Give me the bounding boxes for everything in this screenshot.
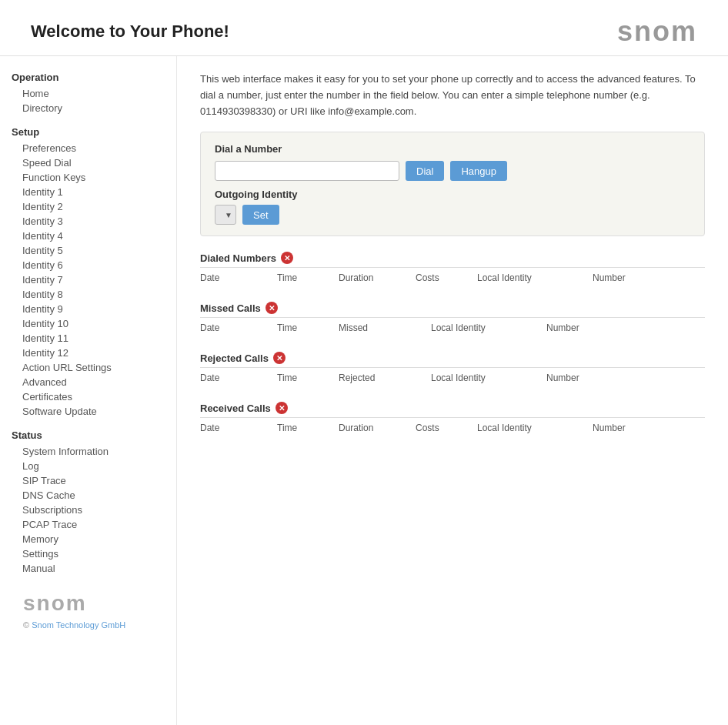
dial-input[interactable] [215, 161, 399, 181]
col-rejected: Rejected [339, 371, 431, 385]
sidebar-item-subscriptions[interactable]: Subscriptions [12, 503, 165, 517]
sidebar-item-software-update[interactable]: Software Update [12, 404, 165, 419]
sidebar-item-dns-cache[interactable]: DNS Cache [12, 488, 165, 503]
sidebar-item-sip-trace[interactable]: SIP Trace [12, 473, 165, 488]
sidebar-item-home[interactable]: Home [12, 86, 165, 101]
dial-row: Dial Hangup [215, 161, 690, 181]
sidebar-item-log[interactable]: Log [12, 459, 165, 473]
outgoing-row: ▼ Set [215, 205, 690, 225]
identity-select[interactable] [215, 205, 236, 225]
identity-select-wrapper: ▼ [215, 205, 236, 225]
col-duration: Duration [339, 421, 416, 435]
sidebar-item-identity-11[interactable]: Identity 11 [12, 331, 165, 346]
col-local-identity: Local Identity [431, 321, 546, 335]
clear-rejected-button[interactable]: ✕ [273, 352, 286, 364]
sidebar-item-identity-9[interactable]: Identity 9 [12, 302, 165, 316]
col-time: Time [277, 271, 339, 285]
missed-calls-header: Missed Calls ✕ [200, 302, 705, 314]
received-calls-title: Received Calls [200, 403, 271, 414]
rejected-calls-header: Rejected Calls ✕ [200, 352, 705, 364]
sidebar-item-advanced[interactable]: Advanced [12, 375, 165, 389]
col-costs: Costs [416, 271, 477, 285]
header: Welcome to Your Phone! snom [0, 0, 728, 56]
clear-missed-button[interactable]: ✕ [265, 302, 278, 314]
sidebar-item-function-keys[interactable]: Function Keys [12, 170, 165, 185]
col-date: Date [200, 421, 277, 435]
sidebar-item-identity-6[interactable]: Identity 6 [12, 258, 165, 272]
page-title: Welcome to Your Phone! [31, 22, 229, 42]
intro-text: This web interface makes it easy for you… [200, 72, 705, 119]
sidebar-item-settings[interactable]: Settings [12, 546, 165, 561]
col-costs: Costs [416, 421, 477, 435]
outgoing-identity-label: Outgoing Identity [215, 189, 690, 200]
sidebar: Operation Home Directory Setup Preferenc… [0, 56, 177, 725]
col-time: Time [277, 371, 339, 385]
missed-calls-title: Missed Calls [200, 302, 261, 314]
col-missed: Missed [339, 321, 431, 335]
rejected-calls-title: Rejected Calls [200, 352, 269, 364]
set-button[interactable]: Set [242, 205, 279, 225]
col-time: Time [277, 321, 339, 335]
missed-calls-columns: Date Time Missed Local Identity Number [200, 317, 705, 338]
received-calls-section: Received Calls ✕ Date Time Duration Cost… [200, 402, 705, 438]
sidebar-item-certificates[interactable]: Certificates [12, 389, 165, 404]
col-number: Number [546, 321, 639, 335]
col-duration: Duration [339, 271, 416, 285]
sidebar-item-manual[interactable]: Manual [12, 561, 165, 576]
col-date: Date [200, 371, 277, 385]
main-layout: Operation Home Directory Setup Preferenc… [0, 56, 728, 725]
col-local-identity: Local Identity [431, 371, 546, 385]
sidebar-item-speed-dial[interactable]: Speed Dial [12, 155, 165, 170]
dial-button[interactable]: Dial [406, 161, 444, 181]
sidebar-section-setup: Setup [12, 126, 165, 138]
sidebar-item-identity-12[interactable]: Identity 12 [12, 346, 165, 360]
copyright-prefix: © [23, 620, 32, 630]
sidebar-item-identity-8[interactable]: Identity 8 [12, 287, 165, 302]
copyright-link[interactable]: Snom Technology GmbH [32, 620, 125, 630]
footer-copyright: © Snom Technology GmbH [23, 620, 153, 630]
sidebar-item-identity-1[interactable]: Identity 1 [12, 185, 165, 199]
sidebar-section-operation: Operation [12, 72, 165, 83]
col-number: Number [593, 421, 685, 435]
dialed-numbers-title: Dialed Numbers [200, 252, 276, 264]
clear-received-button[interactable]: ✕ [276, 402, 288, 414]
col-time: Time [277, 421, 339, 435]
col-number: Number [546, 371, 639, 385]
col-date: Date [200, 321, 277, 335]
col-date: Date [200, 271, 277, 285]
sidebar-item-directory[interactable]: Directory [12, 101, 165, 115]
received-calls-header: Received Calls ✕ [200, 402, 705, 414]
sidebar-item-identity-4[interactable]: Identity 4 [12, 229, 165, 243]
sidebar-section-status: Status [12, 429, 165, 441]
sidebar-item-identity-5[interactable]: Identity 5 [12, 243, 165, 258]
sidebar-item-action-url-settings[interactable]: Action URL Settings [12, 360, 165, 375]
sidebar-item-memory[interactable]: Memory [12, 532, 165, 546]
dialed-numbers-section: Dialed Numbers ✕ Date Time Duration Cost… [200, 252, 705, 288]
sidebar-footer: snom © Snom Technology GmbH [12, 576, 165, 637]
sidebar-item-pcap-trace[interactable]: PCAP Trace [12, 517, 165, 532]
dialed-numbers-header: Dialed Numbers ✕ [200, 252, 705, 264]
clear-dialed-button[interactable]: ✕ [281, 252, 293, 264]
sidebar-item-system-information[interactable]: System Information [12, 444, 165, 459]
sidebar-item-identity-2[interactable]: Identity 2 [12, 199, 165, 214]
received-calls-columns: Date Time Duration Costs Local Identity … [200, 417, 705, 438]
hangup-button[interactable]: Hangup [450, 161, 507, 181]
dial-box: Dial a Number Dial Hangup Outgoing Ident… [200, 132, 705, 236]
dial-box-title: Dial a Number [215, 143, 690, 155]
header-logo: snom [617, 15, 697, 48]
sidebar-item-identity-3[interactable]: Identity 3 [12, 214, 165, 229]
rejected-calls-section: Rejected Calls ✕ Date Time Rejected Loca… [200, 352, 705, 388]
missed-calls-section: Missed Calls ✕ Date Time Missed Local Id… [200, 302, 705, 338]
rejected-calls-columns: Date Time Rejected Local Identity Number [200, 367, 705, 388]
content-area: This web interface makes it easy for you… [177, 56, 728, 725]
sidebar-item-identity-10[interactable]: Identity 10 [12, 316, 165, 331]
sidebar-item-preferences[interactable]: Preferences [12, 141, 165, 155]
page-wrapper: Welcome to Your Phone! snom Operation Ho… [0, 0, 728, 725]
footer-logo: snom [23, 591, 153, 616]
col-local-identity: Local Identity [477, 271, 593, 285]
col-number: Number [593, 271, 685, 285]
dialed-numbers-columns: Date Time Duration Costs Local Identity … [200, 267, 705, 288]
sidebar-item-identity-7[interactable]: Identity 7 [12, 272, 165, 287]
col-local-identity: Local Identity [477, 421, 593, 435]
